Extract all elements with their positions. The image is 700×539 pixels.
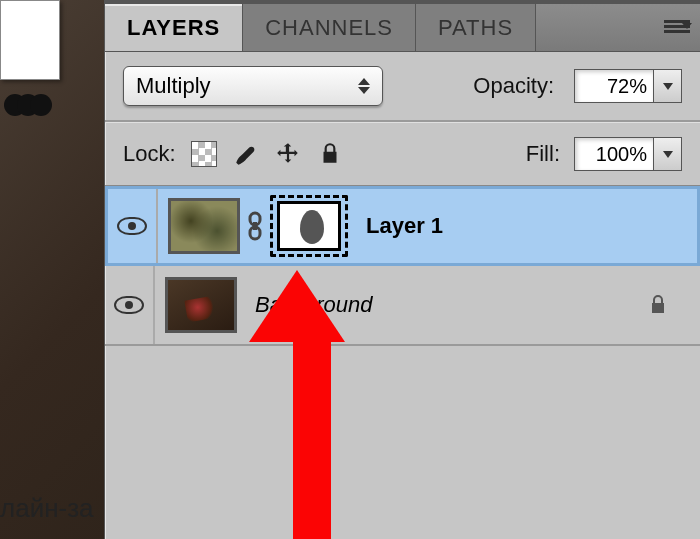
- opacity-label: Opacity:: [473, 73, 554, 99]
- tab-channels[interactable]: CHANNELS: [243, 4, 416, 51]
- blend-mode-select[interactable]: Multiply: [123, 66, 383, 106]
- partial-background-text: лайн-за: [0, 493, 94, 524]
- lock-pixels-button[interactable]: [232, 140, 260, 168]
- tab-layers[interactable]: LAYERS: [105, 4, 243, 51]
- layer-row-background[interactable]: Background: [105, 266, 700, 346]
- layer-row-layer1[interactable]: Layer 1: [105, 186, 700, 266]
- document-window-corner: [0, 0, 60, 80]
- transparency-checker-icon: [191, 141, 217, 167]
- tab-paths[interactable]: PATHS: [416, 4, 536, 51]
- layer-thumbnail[interactable]: [165, 277, 237, 333]
- visibility-toggle[interactable]: [105, 266, 155, 344]
- lock-icon: [317, 141, 343, 167]
- app-background: [0, 0, 110, 539]
- lock-all-button[interactable]: [316, 140, 344, 168]
- svg-rect-2: [253, 222, 257, 230]
- lock-label: Lock:: [123, 141, 176, 167]
- opacity-popup-button[interactable]: [654, 69, 682, 103]
- eye-icon: [117, 217, 147, 235]
- fill-label: Fill:: [526, 141, 560, 167]
- lock-fill-row: Lock: Fill: 100%: [105, 122, 700, 185]
- background-lock-icon: [646, 293, 670, 317]
- empty-layers-area: [105, 346, 700, 466]
- layer-mask-thumbnail[interactable]: [270, 195, 348, 257]
- blend-opacity-row: Multiply Opacity: 72%: [105, 52, 700, 120]
- fill-input[interactable]: 100%: [574, 137, 654, 171]
- lock-transparency-button[interactable]: [190, 140, 218, 168]
- layer-name[interactable]: Layer 1: [366, 213, 443, 239]
- visibility-toggle[interactable]: [108, 189, 158, 263]
- link-icon[interactable]: [246, 211, 264, 241]
- brush-icon: [233, 141, 259, 167]
- fill-popup-button[interactable]: [654, 137, 682, 171]
- opacity-input[interactable]: 72%: [574, 69, 654, 103]
- panel-menu-icon[interactable]: [664, 18, 690, 36]
- blend-mode-value: Multiply: [136, 73, 211, 99]
- brush-preview-icon: [4, 90, 59, 120]
- panel-tab-bar: LAYERS CHANNELS PATHS: [105, 4, 700, 52]
- layers-list: Layer 1 Background: [105, 185, 700, 466]
- layer-thumbnail[interactable]: [168, 198, 240, 254]
- layers-panel: LAYERS CHANNELS PATHS Multiply Opacity: …: [104, 0, 700, 539]
- lock-position-button[interactable]: [274, 140, 302, 168]
- move-arrows-icon: [275, 141, 301, 167]
- select-arrows-icon: [358, 78, 370, 94]
- eye-icon: [114, 296, 144, 314]
- layer-name[interactable]: Background: [255, 292, 372, 318]
